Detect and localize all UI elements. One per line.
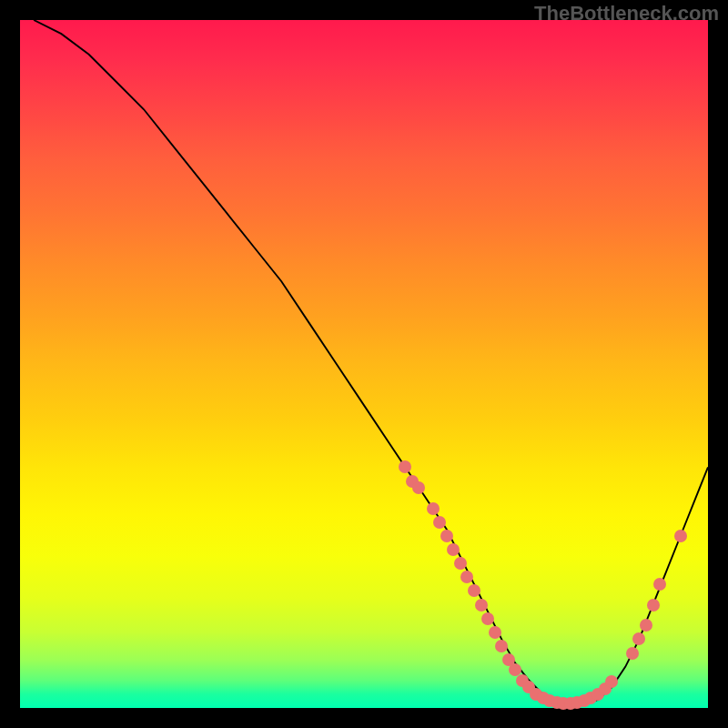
data-point: [427, 502, 440, 515]
data-point: [440, 530, 453, 542]
data-point: [632, 632, 645, 645]
chart-points: [20, 20, 708, 708]
data-point: [495, 640, 508, 652]
data-point: [447, 543, 460, 556]
data-point: [674, 530, 687, 542]
data-point: [454, 557, 467, 570]
data-point: [640, 619, 652, 632]
data-point: [468, 584, 480, 597]
data-point: [412, 481, 425, 494]
data-point: [489, 626, 501, 639]
data-point: [433, 516, 446, 529]
data-point: [475, 599, 488, 612]
data-point: [626, 647, 639, 660]
watermark-text: TheBottleneck.com: [534, 2, 719, 25]
data-point: [605, 675, 618, 688]
data-point: [647, 599, 660, 612]
data-point: [460, 571, 473, 583]
data-point: [481, 612, 494, 625]
data-point: [399, 460, 411, 473]
data-point: [653, 578, 666, 591]
